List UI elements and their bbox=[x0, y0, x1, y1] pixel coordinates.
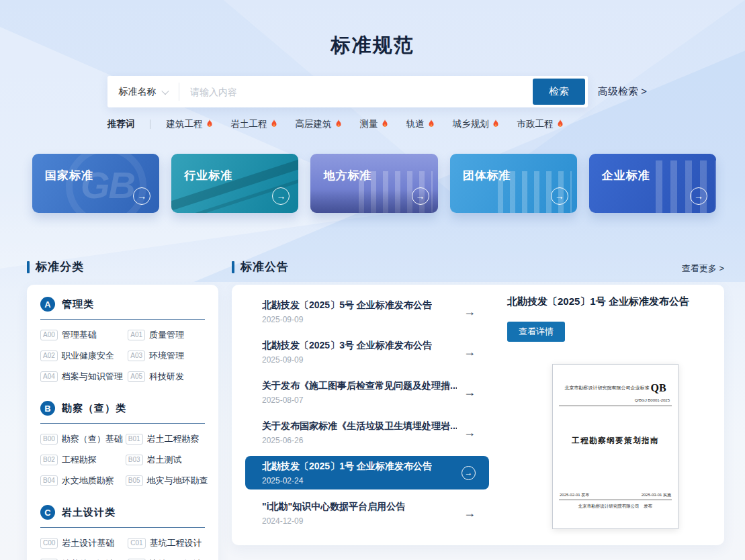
recommended-keywords: 推荐词 建筑工程 岩土工程 高层建筑 测量 轨道 城乡规划 市政工程 bbox=[107, 118, 582, 130]
arrow-icon: → bbox=[464, 426, 476, 440]
search-input[interactable] bbox=[179, 87, 533, 97]
card-enterprise-standard[interactable]: 企业标准 → bbox=[589, 154, 716, 213]
announcement-date: 2025-06-26 bbox=[262, 436, 457, 445]
search-type-dropdown[interactable]: 标准名称 bbox=[107, 86, 179, 98]
arrow-icon: → bbox=[464, 305, 476, 319]
group-badge: C bbox=[40, 505, 55, 520]
announcement-list: 北勘技发〔2025〕5号 企业标准发布公告 2025-09-09 → 北勘技发〔… bbox=[245, 291, 489, 533]
view-detail-button[interactable]: 查看详情 bbox=[507, 322, 565, 342]
classification-item[interactable]: B05地灾与地环勘查 bbox=[126, 475, 208, 487]
classification-item[interactable]: A02职业健康安全 bbox=[40, 350, 125, 362]
group-badge: B bbox=[40, 401, 55, 416]
classification-group-a: A 管理类 A00管理基础 A01质量管理 A02职业健康安全 A03环境管理 … bbox=[40, 297, 205, 383]
announcement-date: 2025-09-09 bbox=[262, 355, 432, 365]
announcement-item[interactable]: 北勘技发〔2025〕3号 企业标准发布公告 2025-09-09 → bbox=[245, 332, 489, 372]
item-code: B03 bbox=[126, 455, 143, 465]
group-name: 岩土设计类 bbox=[62, 506, 116, 519]
item-label: 科技研发 bbox=[149, 371, 184, 383]
item-code: B04 bbox=[40, 475, 58, 486]
keyword-link[interactable]: 测量 bbox=[360, 118, 389, 130]
item-label: 岩土测试 bbox=[147, 454, 182, 466]
building-photo-overlay bbox=[656, 160, 716, 213]
view-more-link[interactable]: 查看更多 > bbox=[682, 263, 724, 275]
classification-item[interactable]: A00管理基础 bbox=[40, 329, 125, 341]
classification-item[interactable]: B02工程勘探 bbox=[40, 454, 123, 466]
classification-item[interactable]: C01基坑工程设计 bbox=[128, 537, 205, 549]
section-title: 标准分类 bbox=[36, 259, 84, 275]
arrow-icon: → bbox=[464, 506, 476, 520]
item-code: A04 bbox=[40, 371, 58, 382]
classification-item[interactable]: B04水文地质勘察 bbox=[40, 475, 123, 487]
card-local-standard[interactable]: 地方标准 → bbox=[310, 154, 437, 213]
announcement-item[interactable]: 关于发布《施工图事后检查常见问题及处理措... 2025-08-07 → bbox=[245, 372, 489, 412]
announcement-title: 北勘技发〔2025〕5号 企业标准发布公告 bbox=[262, 299, 432, 312]
card-group-standard[interactable]: 团体标准 → bbox=[450, 154, 577, 213]
item-label: 基坑工程设计 bbox=[150, 537, 202, 549]
standard-document-preview[interactable]: 北京市勘察设计研究院有限公司企业标准 QB Q/BGJ B0001-2025 工… bbox=[552, 364, 678, 529]
item-label: 环境管理 bbox=[149, 350, 184, 362]
item-code: A00 bbox=[40, 330, 58, 340]
fire-icon bbox=[335, 120, 343, 129]
section-bar bbox=[232, 261, 234, 273]
item-code: A02 bbox=[40, 351, 58, 361]
arrow-circle-icon: → bbox=[462, 466, 476, 480]
card-label: 地方标准 bbox=[323, 168, 371, 183]
classification-item[interactable]: B01岩土工程勘察 bbox=[126, 433, 208, 445]
page-title: 标准规范 bbox=[0, 32, 745, 59]
announcement-item[interactable]: "i北勘"知识中心数据平台启用公告 2024-12-09 → bbox=[245, 493, 489, 533]
document-qb-mark: QB bbox=[650, 382, 666, 394]
classification-item[interactable]: B03岩土测试 bbox=[126, 454, 208, 466]
keywords-label: 推荐词 bbox=[107, 118, 135, 130]
document-org-line: 北京市勘察设计研究院有限公司企业标准 bbox=[564, 385, 649, 391]
fire-icon bbox=[492, 120, 500, 129]
divider bbox=[150, 120, 150, 129]
keyword-label: 市政工程 bbox=[517, 118, 554, 130]
item-label: 质量管理 bbox=[149, 329, 184, 341]
keyword-label: 轨道 bbox=[406, 118, 425, 130]
classification-item[interactable]: B00勘察（查）基础 bbox=[40, 433, 123, 445]
group-name: 管理类 bbox=[62, 298, 94, 311]
item-code: B02 bbox=[40, 455, 58, 465]
classification-item[interactable]: C00岩土设计基础 bbox=[40, 537, 125, 549]
classification-item[interactable]: A05科技研发 bbox=[128, 371, 205, 383]
item-code: B05 bbox=[126, 475, 143, 486]
announcement-title: "i北勘"知识中心数据平台启用公告 bbox=[262, 501, 405, 513]
group-badge: A bbox=[40, 297, 55, 312]
keyword-link[interactable]: 建筑工程 bbox=[167, 118, 214, 130]
keyword-link[interactable]: 岩土工程 bbox=[231, 118, 278, 130]
card-national-standard[interactable]: GB 国家标准 → bbox=[32, 154, 159, 213]
advanced-search-link[interactable]: 高级检索 > bbox=[598, 85, 647, 98]
card-label: 企业标准 bbox=[602, 168, 650, 183]
search-button[interactable]: 检索 bbox=[533, 79, 585, 105]
classification-card: A 管理类 A00管理基础 A01质量管理 A02职业健康安全 A03环境管理 … bbox=[27, 285, 218, 560]
announcement-date: 2025-08-07 bbox=[262, 395, 457, 405]
item-label: 岩土工程勘察 bbox=[147, 433, 200, 445]
announcements-section-header: 标准公告 bbox=[232, 259, 289, 275]
section-bar bbox=[27, 261, 30, 273]
keyword-label: 城乡规划 bbox=[453, 118, 489, 130]
classification-item[interactable]: A03环境管理 bbox=[128, 350, 205, 362]
classification-item[interactable]: A01质量管理 bbox=[128, 329, 205, 341]
document-issue-date: 2025-02-01 发布 bbox=[560, 492, 589, 498]
keyword-label: 岩土工程 bbox=[231, 118, 267, 130]
classification-group-c: C 岩土设计类 C00岩土设计基础 C01基坑工程设计 C02地基处理设计 C0… bbox=[40, 505, 205, 560]
keyword-link[interactable]: 高层建筑 bbox=[296, 118, 343, 130]
announcement-title: 关于发布《施工图事后检查常见问题及处理措... bbox=[262, 380, 457, 392]
announcement-preview-title: 北勘技发〔2025〕1号 企业标准发布公告 bbox=[507, 295, 722, 308]
announcement-item-selected[interactable]: 北勘技发〔2025〕1号 企业标准发布公告 2025-02-24 → bbox=[245, 456, 489, 489]
keyword-link[interactable]: 轨道 bbox=[406, 118, 435, 130]
divider bbox=[40, 527, 205, 528]
item-label: 岩土设计基础 bbox=[62, 537, 114, 549]
divider bbox=[40, 423, 205, 424]
fire-icon bbox=[206, 120, 214, 129]
announcement-item[interactable]: 关于发布国家标准《生活垃圾卫生填埋处理岩... 2025-06-26 → bbox=[245, 412, 489, 453]
announcement-title: 关于发布国家标准《生活垃圾卫生填埋处理岩... bbox=[262, 420, 457, 432]
keyword-link[interactable]: 市政工程 bbox=[517, 118, 564, 130]
keyword-link[interactable]: 城乡规划 bbox=[453, 118, 500, 130]
card-industry-standard[interactable]: 行业标准 → bbox=[171, 154, 298, 213]
announcement-item[interactable]: 北勘技发〔2025〕5号 企业标准发布公告 2025-09-09 → bbox=[245, 291, 489, 332]
fire-icon bbox=[556, 120, 564, 129]
fire-icon bbox=[427, 120, 435, 129]
classification-item[interactable]: A04档案与知识管理 bbox=[40, 371, 125, 383]
item-label: 档案与知识管理 bbox=[62, 371, 123, 383]
